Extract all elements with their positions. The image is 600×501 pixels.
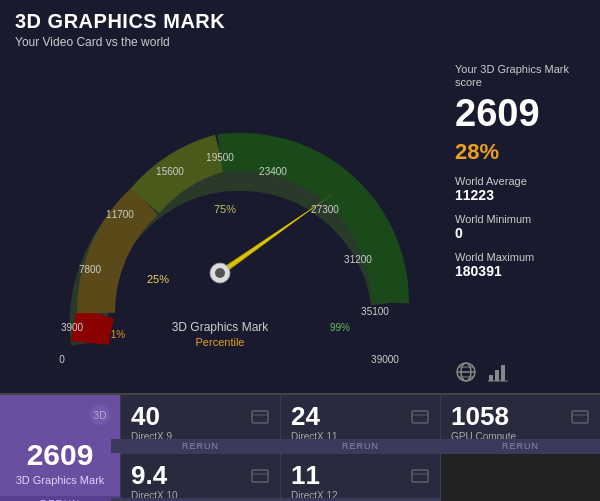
sub-card-dx11-icon (410, 407, 430, 427)
sub-card-gpu-rerun[interactable]: RERUN (431, 439, 600, 453)
sub-card-dx10-num: 9.4 (131, 462, 167, 488)
sub-card-dx12-icon (410, 466, 430, 486)
main-score-label: 3D Graphics Mark (16, 474, 105, 486)
sub-card-dx9-num: 40 (131, 403, 160, 429)
svg-rect-10 (489, 375, 493, 381)
sub-card-dx11-num: 24 (291, 403, 320, 429)
world-minimum-row: World Minimum 0 (455, 213, 580, 241)
page-subtitle: Your Video Card vs the world (15, 35, 585, 49)
action-icons (455, 351, 580, 383)
gauge-label-31200: 31200 (344, 254, 372, 265)
gauge-pct-75: 75% (214, 203, 236, 215)
percentile-value: 28% (455, 139, 580, 165)
globe-icon[interactable] (455, 361, 477, 383)
gauge-label-7800: 7800 (79, 264, 102, 275)
sub-card-dx9-rerun[interactable]: RERUN (111, 439, 290, 453)
gauge-label-3900: 3900 (61, 322, 84, 333)
sub-card-gpu-icon (570, 407, 590, 427)
gauge-label-11700: 11700 (106, 209, 134, 220)
gauge-label-39000: 39000 (371, 354, 399, 365)
sub-card-dx10-icon (250, 466, 270, 486)
main-score-card: 3D 2609 3D Graphics Mark RERUN (0, 395, 120, 501)
svg-rect-11 (495, 370, 499, 381)
svg-point-4 (215, 268, 225, 278)
gauge-label-27300: 27300 (311, 204, 339, 215)
gauge-pct-25: 25% (147, 273, 169, 285)
sub-card-gpu-num: 1058 (451, 403, 509, 429)
sub-card-dx12-num: 11 (291, 462, 320, 488)
gauge-center-label: 3D Graphics Mark (172, 320, 270, 334)
world-average-label: World Average (455, 175, 580, 187)
main-score-value: 2609 (27, 438, 94, 472)
sub-card-dx9: 40 DirectX 9 RERUN (120, 395, 280, 454)
chart-icon[interactable] (487, 361, 509, 383)
main-card-icon: 3D (88, 403, 112, 431)
bottom-section: 3D 2609 3D Graphics Mark RERUN 40 Direct… (0, 393, 600, 501)
main-rerun-button[interactable]: RERUN (0, 496, 120, 501)
gauge-label-15600: 15600 (156, 166, 184, 177)
sub-card-dx9-icon (250, 407, 270, 427)
stats-section: Your 3D Graphics Mark score 2609 28% Wor… (445, 53, 590, 393)
world-average-row: World Average 11223 (455, 175, 580, 203)
sub-cards-grid: 40 DirectX 9 RERUN 24 DirectX 11 RERUN (120, 395, 600, 501)
world-maximum-row: World Maximum 180391 (455, 251, 580, 279)
svg-rect-22 (252, 470, 268, 482)
gauge-label-35100: 35100 (361, 306, 389, 317)
svg-rect-12 (501, 365, 505, 381)
gauge-section: 0 3900 7800 11700 15600 19500 23400 2730… (10, 53, 445, 393)
world-maximum-value: 180391 (455, 263, 580, 279)
svg-rect-16 (252, 411, 268, 423)
sub-card-dx12: 11 DirectX 12 RERUN (280, 454, 440, 501)
gauge-label-0: 0 (59, 354, 65, 365)
gauge-pct-99: 99% (330, 322, 350, 333)
svg-rect-20 (572, 411, 588, 423)
main-area: 0 3900 7800 11700 15600 19500 23400 2730… (0, 53, 600, 393)
world-minimum-label: World Minimum (455, 213, 580, 225)
score-label: Your 3D Graphics Mark score (455, 63, 580, 89)
sub-card-dx11-rerun[interactable]: RERUN (271, 439, 450, 453)
header: 3D GRAPHICS MARK Your Video Card vs the … (0, 0, 600, 53)
svg-rect-24 (412, 470, 428, 482)
gauge-label-23400: 23400 (259, 166, 287, 177)
gauge-svg: 0 3900 7800 11700 15600 19500 23400 2730… (10, 53, 430, 383)
world-maximum-label: World Maximum (455, 251, 580, 263)
svg-text:3D: 3D (94, 410, 107, 421)
page-title: 3D GRAPHICS MARK (15, 10, 585, 33)
score-value: 2609 (455, 93, 580, 135)
sub-card-empty (440, 454, 600, 501)
gauge-center-sublabel: Percentile (196, 336, 245, 348)
gauge-pct-1: 1% (111, 329, 126, 340)
sub-card-dx10: 9.4 DirectX 10 RERUN (120, 454, 280, 501)
svg-rect-18 (412, 411, 428, 423)
sub-card-gpu: 1058 GPU Compute RERUN (440, 395, 600, 454)
world-average-value: 11223 (455, 187, 580, 203)
gauge-label-19500: 19500 (206, 152, 234, 163)
sub-card-dx11: 24 DirectX 11 RERUN (280, 395, 440, 454)
world-minimum-value: 0 (455, 225, 580, 241)
